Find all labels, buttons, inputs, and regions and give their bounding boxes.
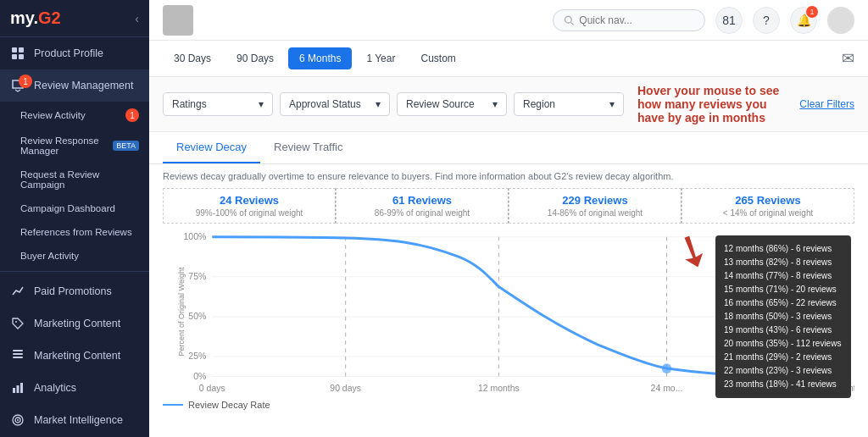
chart-container: Percent of Original Weight 100% 75% 50% … — [163, 227, 854, 396]
sidebar-item-label: Marketing Content — [34, 318, 120, 329]
nav-number-button[interactable]: 81 — [715, 7, 743, 34]
clear-filters-button[interactable]: Clear Filters — [799, 98, 854, 110]
topbar-left — [163, 5, 193, 36]
review-buckets: 24 Reviews 99%-100% of original weight 6… — [163, 188, 854, 224]
svg-point-4 — [15, 321, 17, 323]
nav-number: 81 — [722, 14, 736, 27]
tab-review-decay[interactable]: Review Decay — [163, 132, 260, 163]
time-btn-30days[interactable]: 30 Days — [163, 47, 222, 69]
filter-approval-label: Approval Status — [289, 98, 361, 110]
main-content: 81 ? 🔔 1 30 Days 90 Days 6 Months 1 Year… — [149, 0, 868, 437]
tooltip-line-4: 16 months (65%) - 22 reviews — [724, 296, 843, 310]
svg-text:100%: 100% — [184, 231, 207, 241]
help-button[interactable]: ? — [753, 7, 780, 34]
tooltip-line-1: 13 months (82%) - 8 reviews — [724, 256, 843, 269]
sidebar-item-product-profile[interactable]: Product Profile — [0, 37, 149, 69]
filter-review-source[interactable]: Review Source ▾ — [397, 92, 507, 116]
sidebar-item-label: Review Management — [34, 80, 133, 91]
time-filters: 30 Days 90 Days 6 Months 1 Year Custom ✉ — [149, 41, 868, 77]
chevron-down-icon: ▾ — [492, 98, 498, 110]
tag-icon — [10, 316, 25, 331]
tooltip-dot — [662, 363, 672, 373]
time-btn-custom[interactable]: Custom — [409, 47, 466, 69]
svg-text:12 months: 12 months — [478, 383, 520, 393]
y-axis-title: Percent of Original Weight — [177, 268, 186, 357]
sidebar-item-label: Review Activity — [20, 110, 86, 120]
sidebar-item-label: Request a Review Campaign — [20, 169, 139, 190]
filter-row: Ratings ▾ Approval Status ▾ Review Sourc… — [149, 77, 868, 132]
svg-rect-8 — [13, 388, 15, 393]
bucket-count: 24 Reviews — [220, 194, 279, 207]
filter-ratings-label: Ratings — [172, 98, 207, 110]
search-box[interactable] — [553, 9, 705, 31]
svg-rect-10 — [20, 383, 23, 393]
user-avatar[interactable] — [827, 7, 854, 34]
time-btn-6months[interactable]: 6 Months — [288, 47, 352, 69]
svg-text:25%: 25% — [188, 351, 206, 361]
filter-approval-status[interactable]: Approval Status ▾ — [280, 92, 390, 116]
svg-rect-7 — [13, 350, 23, 351]
sidebar-item-campaign-dashboard[interactable]: References from Reviews — [0, 220, 149, 244]
sidebar-logo: my.G2 ‹ — [0, 0, 149, 37]
tab-review-traffic[interactable]: Review Traffic — [260, 132, 356, 163]
sidebar-item-label: Analytics — [34, 382, 76, 394]
bucket-weight: 86-99% of original weight — [375, 208, 470, 218]
time-btn-1year[interactable]: 1 Year — [355, 47, 406, 69]
sidebar-item-label: References from Reviews — [20, 227, 132, 237]
tooltip-line-2: 14 months (77%) - 8 reviews — [724, 269, 843, 283]
sidebar-item-label: Marketing Content — [34, 350, 120, 362]
svg-rect-2 — [12, 54, 17, 59]
sidebar-item-marketing-content[interactable]: Marketing Content — [0, 340, 149, 372]
chevron-down-icon: ▾ — [609, 98, 615, 110]
filter-review-source-label: Review Source — [406, 98, 475, 110]
time-btn-90days[interactable]: 90 Days — [225, 47, 285, 69]
bucket-weight: < 14% of original weight — [723, 208, 813, 218]
sidebar-item-custom-questions[interactable]: Request a Review Campaign — [0, 163, 149, 196]
time-filter-options: 30 Days 90 Days 6 Months 1 Year Custom — [163, 47, 467, 69]
review-bucket-3: 265 Reviews < 14% of original weight — [682, 188, 854, 224]
svg-rect-1 — [19, 47, 24, 53]
layers-icon — [10, 348, 25, 363]
sidebar-collapse-button[interactable]: ‹ — [135, 12, 139, 25]
sidebar-item-references-from-reviews[interactable]: Buyer Activity — [0, 244, 149, 268]
topbar-right: 81 ? 🔔 1 — [553, 7, 854, 34]
tooltip-line-6: 19 months (43%) - 6 reviews — [724, 324, 843, 337]
tooltip-line-10: 23 months (18%) - 41 reviews — [724, 378, 843, 391]
filter-ratings[interactable]: Ratings ▾ — [163, 92, 273, 116]
grid-icon — [10, 46, 25, 61]
search-input[interactable] — [579, 14, 694, 26]
logo-g2: G2 — [38, 8, 61, 27]
sidebar-item-analytics[interactable]: Analytics — [0, 372, 149, 404]
svg-text:24 mo...: 24 mo... — [651, 383, 683, 393]
sidebar-item-review-management[interactable]: Review Management 1 — [0, 69, 149, 102]
bucket-count: 229 Reviews — [562, 194, 627, 207]
sidebar-item-review-response-manager[interactable]: Review Response Manager BETA — [0, 129, 149, 163]
sidebar-item-request-review[interactable]: Campaign Dashboard — [0, 196, 149, 220]
bucket-weight: 14-86% of original weight — [548, 208, 643, 218]
svg-text:0%: 0% — [193, 371, 206, 381]
tooltip-line-0: 12 months (86%) - 6 reviews — [724, 242, 843, 256]
chevron-down-icon: ▾ — [259, 98, 264, 110]
sidebar-item-paid-promotions[interactable]: Marketing Content — [0, 307, 149, 340]
tooltip-line-8: 21 months (29%) - 2 reviews — [724, 351, 843, 364]
sidebar-item-review-activity[interactable]: Review Activity 1 — [0, 102, 149, 129]
email-icon[interactable]: ✉ — [842, 49, 854, 68]
sidebar-item-market-intelligence[interactable]: Market Intelligence — [0, 404, 149, 436]
bucket-weight: 99%-100% of original weight — [196, 208, 303, 218]
sidebar-item-label: Buyer Activity — [20, 251, 79, 261]
chart-tabs: Review Decay Review Traffic — [149, 132, 868, 164]
tooltip-line-7: 20 months (35%) - 112 reviews — [724, 337, 843, 351]
review-management-badge: 1 — [19, 75, 32, 88]
svg-rect-0 — [12, 47, 17, 53]
search-icon — [564, 14, 574, 26]
filter-region[interactable]: Region ▾ — [514, 92, 624, 116]
notification-badge: 1 — [806, 6, 818, 18]
notification-button[interactable]: 🔔 1 — [790, 7, 817, 34]
svg-line-18 — [570, 22, 573, 25]
sidebar-item-label: Market Intelligence — [34, 414, 123, 426]
topbar: 81 ? 🔔 1 — [149, 0, 868, 41]
beta-badge: BETA — [113, 141, 139, 151]
hover-message: Hover your mouse to see how many reviews… — [637, 84, 793, 124]
hover-tooltip-bar: Hover your mouse to see how many reviews… — [637, 84, 793, 124]
sidebar-item-buyer-activity[interactable]: Paid Promotions — [0, 275, 149, 307]
